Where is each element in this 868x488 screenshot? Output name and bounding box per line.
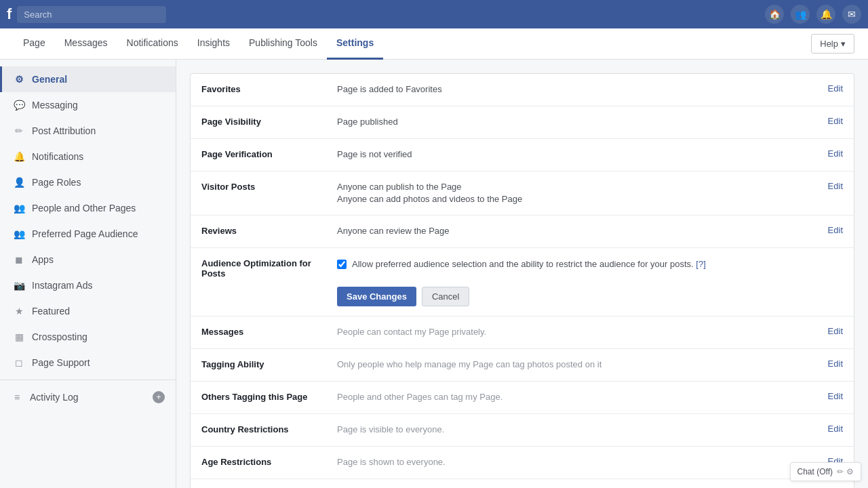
edit-messages[interactable]: Edit <box>828 326 843 336</box>
apps-icon: ◼ <box>13 253 25 266</box>
audience-checkbox-area: Allow preferred audience selection and t… <box>337 258 843 270</box>
star-icon: ★ <box>13 305 25 317</box>
edit-verification[interactable]: Edit <box>828 148 843 159</box>
messages-icon[interactable]: ✉ <box>842 5 861 24</box>
edit-reviews[interactable]: Edit <box>828 225 843 235</box>
audience-icon: 👥 <box>13 228 25 240</box>
settings-row-visitor-posts: Visitor Posts Anyone can publish to the … <box>191 171 854 216</box>
chat-icon: 💬 <box>13 99 25 111</box>
audience-help-link[interactable]: [?] <box>696 259 705 269</box>
sub-nav-right: Help ▾ <box>811 34 854 54</box>
label-visitor-posts: Visitor Posts <box>201 181 337 192</box>
pencil-icon: ✏ <box>13 125 25 137</box>
edit-favorites[interactable]: Edit <box>828 83 843 94</box>
sidebar-label-page-roles: Page Roles <box>32 177 81 188</box>
sidebar-item-activity-log[interactable]: ≡ Activity Log + <box>0 384 176 410</box>
settings-row-tagging: Tagging Ability Only people who help man… <box>191 349 854 382</box>
settings-row-messages: Messages People can contact my Page priv… <box>191 317 854 349</box>
nav-page[interactable]: Page <box>14 28 55 60</box>
sidebar-item-notifications[interactable]: 🔔 Notifications <box>0 144 176 169</box>
sidebar-item-people-pages[interactable]: 👥 People and Other Pages <box>0 195 176 221</box>
sidebar-label-messaging: Messaging <box>32 100 78 110</box>
edit-country[interactable]: Edit <box>828 424 843 434</box>
sidebar-label-apps: Apps <box>32 254 54 265</box>
settings-row-verification: Page Verification Page is not verified E… <box>191 139 854 171</box>
instagram-icon: 📷 <box>13 279 25 291</box>
nav-insights[interactable]: Insights <box>188 28 239 60</box>
edit-chat-icon[interactable]: ✏ <box>837 467 844 476</box>
label-messages: Messages <box>201 326 337 337</box>
nav-publishing-tools[interactable]: Publishing Tools <box>239 28 327 60</box>
label-audience-optimization: Audience Optimization for Posts <box>201 258 337 279</box>
sidebar-label-notifications: Notifications <box>32 151 83 162</box>
settings-row-age: Age Restrictions Page is shown to everyo… <box>191 447 854 479</box>
label-country: Country Restrictions <box>201 424 337 434</box>
gear-icon: ⚙ <box>13 73 25 85</box>
add-icon[interactable]: + <box>153 391 165 403</box>
list-icon: ≡ <box>11 391 23 403</box>
sidebar-item-messaging[interactable]: 💬 Messaging <box>0 92 176 118</box>
edit-visibility[interactable]: Edit <box>828 116 843 126</box>
cancel-button[interactable]: Cancel <box>422 287 469 306</box>
save-changes-button[interactable]: Save Changes <box>337 287 416 306</box>
settings-row-others-tagging: Others Tagging this Page People and othe… <box>191 382 854 414</box>
settings-row-country: Country Restrictions Page is visible to … <box>191 414 854 447</box>
sidebar-label-preferred-audience: Preferred Page Audience <box>32 228 138 239</box>
nav-settings[interactable]: Settings <box>327 28 383 60</box>
sub-nav: Page Messages Notifications Insights Pub… <box>0 28 868 60</box>
value-favorites: Page is added to Favorites <box>337 83 821 96</box>
settings-chat-icon[interactable]: ⚙ <box>846 467 854 476</box>
settings-row-visibility: Page Visibility Page published Edit <box>191 106 854 139</box>
value-tagging: Only people who help manage my Page can … <box>337 359 821 371</box>
edit-visitor-posts[interactable]: Edit <box>828 181 843 191</box>
nav-messages[interactable]: Messages <box>55 28 117 60</box>
value-country: Page is visible to everyone. <box>337 424 821 436</box>
value-messages: People can contact my Page privately. <box>337 326 821 338</box>
label-visibility: Page Visibility <box>201 116 337 127</box>
sidebar-item-post-attribution[interactable]: ✏ Post Attribution <box>0 118 176 144</box>
chat-label: Chat (Off) <box>797 467 833 476</box>
nav-notifications[interactable]: Notifications <box>117 28 188 60</box>
sidebar-item-apps[interactable]: ◼ Apps <box>0 247 176 272</box>
sidebar-item-page-roles[interactable]: 👤 Page Roles <box>0 169 176 195</box>
sidebar-label-people-pages: People and Other Pages <box>32 203 136 214</box>
search-input[interactable] <box>17 6 166 23</box>
sidebar-label-instagram-ads: Instagram Ads <box>32 280 93 291</box>
chat-icons: ✏ ⚙ <box>837 467 854 476</box>
main-layout: ⚙ General 💬 Messaging ✏ Post Attribution… <box>0 60 868 488</box>
sidebar-label-featured: Featured <box>32 306 70 317</box>
settings-row-favorites: Favorites Page is added to Favorites Edi… <box>191 74 854 106</box>
value-visibility: Page published <box>337 116 821 128</box>
top-bar: f 🏠 👥 🔔 ✉ <box>0 0 868 28</box>
activity-log-left: ≡ Activity Log <box>11 391 79 403</box>
label-reviews: Reviews <box>201 225 337 236</box>
top-bar-right: 🏠 👥 🔔 ✉ <box>765 5 861 24</box>
sidebar-item-page-support[interactable]: ◻ Page Support <box>0 350 176 375</box>
friends-icon[interactable]: 👥 <box>791 5 810 24</box>
help-button[interactable]: Help ▾ <box>811 34 854 54</box>
sidebar-label-page-support: Page Support <box>32 357 90 368</box>
label-others-tagging: Others Tagging this Page <box>201 391 337 402</box>
label-favorites: Favorites <box>201 83 337 94</box>
sidebar-item-featured[interactable]: ★ Featured <box>0 298 176 324</box>
audience-checkbox-text: Allow preferred audience selection and t… <box>352 258 706 270</box>
sidebar-item-instagram-ads[interactable]: 📷 Instagram Ads <box>0 272 176 298</box>
sidebar-item-crossposting[interactable]: ▦ Crossposting <box>0 324 176 350</box>
sidebar-item-general[interactable]: ⚙ General <box>0 66 176 92</box>
sidebar-item-preferred-audience[interactable]: 👥 Preferred Page Audience <box>0 221 176 247</box>
edit-tagging[interactable]: Edit <box>828 359 843 369</box>
facebook-logo: f <box>7 5 12 23</box>
label-age: Age Restrictions <box>201 456 337 467</box>
notification-icon[interactable]: 🔔 <box>816 5 835 24</box>
home-icon[interactable]: 🏠 <box>765 5 784 24</box>
crosspost-icon: ▦ <box>13 331 25 343</box>
audience-optimization-checkbox[interactable] <box>337 260 347 269</box>
action-row: Save Changes Cancel <box>337 287 469 306</box>
label-verification: Page Verification <box>201 148 337 159</box>
bell-icon: 🔔 <box>13 150 25 163</box>
value-others-tagging: People and other Pages can tag my Page. <box>337 391 821 403</box>
people-icon: 👥 <box>13 202 25 214</box>
edit-others-tagging[interactable]: Edit <box>828 391 843 401</box>
audience-top: Audience Optimization for Posts Allow pr… <box>201 258 843 279</box>
chat-widget[interactable]: Chat (Off) ✏ ⚙ <box>790 462 861 481</box>
